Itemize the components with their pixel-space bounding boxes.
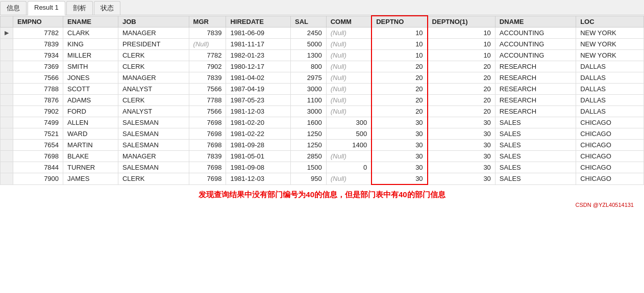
cell-sal: 1100 [291,95,327,106]
cell-comm: 500 [326,128,371,140]
tab-Result 1[interactable]: Result 1 [28,1,65,15]
cell-deptno1: 10 [428,50,496,61]
cell-mgr: 7788 [189,95,226,106]
footer-note: 发现查询结果中没有部门编号为40的信息，但是部门表中有40的部门信息 [0,185,644,202]
cell-marker: ▶ [1,28,13,39]
cell-sal: 950 [291,173,327,185]
tab-信息[interactable]: 信息 [0,1,27,15]
cell-deptno1: 20 [428,84,496,95]
cell-hiredate: 1981-04-02 [226,72,291,84]
cell-empno: 7844 [13,162,63,173]
cell-dname: ACCOUNTING [495,50,576,61]
cell-mgr: 7698 [189,173,226,185]
cell-deptno1: 10 [428,39,496,50]
table-row: 7902FORDANALYST75661981-12-033000(Null)2… [1,106,644,117]
col-header-job: JOB [118,16,189,28]
cell-mgr: 7698 [189,140,226,151]
cell-mgr: 7839 [189,72,226,84]
cell-comm: (Null) [326,84,371,95]
cell-job: MANAGER [118,151,189,162]
cell-empno: 7521 [13,128,63,140]
table-row: 7698BLAKEMANAGER78391981-05-012850(Null)… [1,151,644,162]
cell-empno: 7654 [13,140,63,151]
cell-dname: RESEARCH [495,95,576,106]
cell-loc: CHICAGO [576,117,644,128]
table-row: 7788SCOTTANALYST75661987-04-193000(Null)… [1,84,644,95]
cell-hiredate: 1987-05-23 [226,95,291,106]
cell-sal: 3000 [291,84,327,95]
cell-ename: BLAKE [63,151,118,162]
cell-empno: 7566 [13,72,63,84]
cell-deptno1: 20 [428,61,496,72]
cell-deptno1: 30 [428,128,496,140]
result-table: EMPNOENAMEJOBMGRHIREDATESALCOMMDEPTNODEP… [0,15,644,185]
cell-job: SALESMAN [118,140,189,151]
cell-deptno: 10 [371,39,427,50]
col-header-marker [1,16,13,28]
cell-marker [1,117,13,128]
cell-ename: ADAMS [63,95,118,106]
tabs-bar: 信息Result 1剖析状态 [0,0,644,15]
cell-deptno: 30 [371,162,427,173]
cell-sal: 2450 [291,28,327,39]
cell-sal: 2975 [291,72,327,84]
cell-job: MANAGER [118,28,189,39]
cell-marker [1,173,13,185]
col-header-mgr: MGR [189,16,226,28]
cell-sal: 5000 [291,39,327,50]
cell-hiredate: 1981-02-20 [226,117,291,128]
cell-empno: 7902 [13,106,63,117]
cell-empno: 7782 [13,28,63,39]
cell-dname: SALES [495,128,576,140]
cell-sal: 1500 [291,162,327,173]
cell-empno: 7698 [13,151,63,162]
cell-marker [1,140,13,151]
cell-loc: CHICAGO [576,151,644,162]
table-container: EMPNOENAMEJOBMGRHIREDATESALCOMMDEPTNODEP… [0,15,644,185]
cell-hiredate: 1982-01-23 [226,50,291,61]
cell-hiredate: 1981-11-17 [226,39,291,50]
cell-empno: 7839 [13,39,63,50]
cell-marker [1,72,13,84]
col-header-sal: SAL [291,16,327,28]
cell-loc: CHICAGO [576,173,644,185]
cell-empno: 7876 [13,95,63,106]
cell-marker [1,162,13,173]
cell-deptno1: 20 [428,106,496,117]
cell-deptno: 30 [371,117,427,128]
cell-mgr: 7839 [189,151,226,162]
cell-loc: CHICAGO [576,162,644,173]
cell-comm: (Null) [326,106,371,117]
cell-comm: 0 [326,162,371,173]
cell-mgr: 7566 [189,84,226,95]
table-row: 7839KINGPRESIDENT(Null)1981-11-175000(Nu… [1,39,644,50]
cell-deptno1: 30 [428,117,496,128]
cell-job: SALESMAN [118,117,189,128]
cell-hiredate: 1981-05-01 [226,151,291,162]
tab-状态[interactable]: 状态 [94,1,120,15]
cell-dname: RESEARCH [495,61,576,72]
cell-hiredate: 1981-09-08 [226,162,291,173]
cell-mgr: 7698 [189,117,226,128]
cell-sal: 1600 [291,117,327,128]
cell-empno: 7900 [13,173,63,185]
col-header-deptno: DEPTNO [371,16,427,28]
cell-sal: 2850 [291,151,327,162]
tab-剖析[interactable]: 剖析 [66,1,93,15]
cell-hiredate: 1981-02-22 [226,128,291,140]
cell-comm: (Null) [326,28,371,39]
table-row: 7934MILLERCLERK77821982-01-231300(Null)1… [1,50,644,61]
cell-job: CLERK [118,61,189,72]
cell-dname: RESEARCH [495,72,576,84]
table-row: 7566JONESMANAGER78391981-04-022975(Null)… [1,72,644,84]
table-row: 7876ADAMSCLERK77881987-05-231100(Null)20… [1,95,644,106]
cell-mgr: 7782 [189,50,226,61]
table-row: 7499ALLENSALESMAN76981981-02-20160030030… [1,117,644,128]
col-header-comm: COMM [326,16,371,28]
cell-mgr: 7566 [189,106,226,117]
cell-ename: WARD [63,128,118,140]
cell-ename: ALLEN [63,117,118,128]
cell-deptno: 20 [371,84,427,95]
cell-hiredate: 1981-12-03 [226,106,291,117]
cell-sal: 1250 [291,128,327,140]
